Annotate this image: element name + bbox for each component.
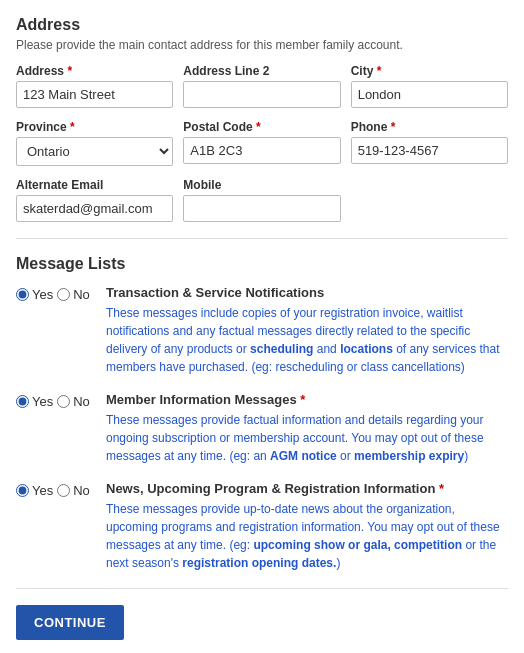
transaction-no-radio[interactable] <box>57 288 70 301</box>
address-row-2: Province * Ontario British Columbia Albe… <box>16 120 508 166</box>
alt-email-field-group: Alternate Email <box>16 178 173 222</box>
address-desc: Please provide the main contact address … <box>16 38 508 52</box>
transaction-radio-group: Yes No <box>16 287 106 302</box>
address-input[interactable] <box>16 81 173 108</box>
alt-email-input[interactable] <box>16 195 173 222</box>
address-section: Address Please provide the main contact … <box>16 16 508 222</box>
postal-field-group: Postal Code * <box>183 120 340 166</box>
transaction-yes-radio[interactable] <box>16 288 29 301</box>
address-row-1: Address * Address Line 2 City * <box>16 64 508 108</box>
news-no-label[interactable]: No <box>57 483 90 498</box>
phone-label: Phone * <box>351 120 508 134</box>
postal-label: Postal Code * <box>183 120 340 134</box>
address-field-group: Address * <box>16 64 173 108</box>
news-yes-label[interactable]: Yes <box>16 483 53 498</box>
city-input[interactable] <box>351 81 508 108</box>
phone-input[interactable] <box>351 137 508 164</box>
news-title: News, Upcoming Program & Registration In… <box>106 481 508 496</box>
news-radio-group: Yes No <box>16 483 106 498</box>
member-info-content: Member Information Messages * These mess… <box>106 392 508 465</box>
news-no-radio[interactable] <box>57 484 70 497</box>
member-info-yes-radio[interactable] <box>16 395 29 408</box>
mobile-input[interactable] <box>183 195 340 222</box>
section-divider <box>16 238 508 239</box>
province-label: Province * <box>16 120 173 134</box>
address2-input[interactable] <box>183 81 340 108</box>
news-content: News, Upcoming Program & Registration In… <box>106 481 508 572</box>
transaction-desc: These messages include copies of your re… <box>106 304 508 376</box>
message-lists-title: Message Lists <box>16 255 508 273</box>
continue-button[interactable]: CONTINUE <box>16 605 124 640</box>
alt-email-label: Alternate Email <box>16 178 173 192</box>
postal-input[interactable] <box>183 137 340 164</box>
member-info-no-radio[interactable] <box>57 395 70 408</box>
message-item-transaction: Yes No Transaction & Service Notificatio… <box>16 285 508 376</box>
city-label: City * <box>351 64 508 78</box>
news-desc: These messages provide up-to-date news a… <box>106 500 508 572</box>
phone-field-group: Phone * <box>351 120 508 166</box>
address2-label: Address Line 2 <box>183 64 340 78</box>
member-info-yes-label[interactable]: Yes <box>16 394 53 409</box>
message-item-news: Yes No News, Upcoming Program & Registra… <box>16 481 508 572</box>
message-lists-section: Message Lists Yes No Transaction & Servi… <box>16 255 508 572</box>
message-item-member-info: Yes No Member Information Messages * The… <box>16 392 508 465</box>
transaction-no-label[interactable]: No <box>57 287 90 302</box>
news-yes-radio[interactable] <box>16 484 29 497</box>
transaction-yes-label[interactable]: Yes <box>16 287 53 302</box>
address-row-3: Alternate Email Mobile <box>16 178 508 222</box>
mobile-field-group: Mobile <box>183 178 340 222</box>
transaction-title: Transaction & Service Notifications <box>106 285 508 300</box>
province-select[interactable]: Ontario British Columbia Alberta Quebec … <box>16 137 173 166</box>
city-field-group: City * <box>351 64 508 108</box>
address-label: Address * <box>16 64 173 78</box>
mobile-label: Mobile <box>183 178 340 192</box>
bottom-divider <box>16 588 508 589</box>
address2-field-group: Address Line 2 <box>183 64 340 108</box>
transaction-content: Transaction & Service Notifications Thes… <box>106 285 508 376</box>
member-info-desc: These messages provide factual informati… <box>106 411 508 465</box>
member-info-no-label[interactable]: No <box>57 394 90 409</box>
member-info-title: Member Information Messages * <box>106 392 508 407</box>
address-title: Address <box>16 16 508 34</box>
province-field-group: Province * Ontario British Columbia Albe… <box>16 120 173 166</box>
member-info-radio-group: Yes No <box>16 394 106 409</box>
